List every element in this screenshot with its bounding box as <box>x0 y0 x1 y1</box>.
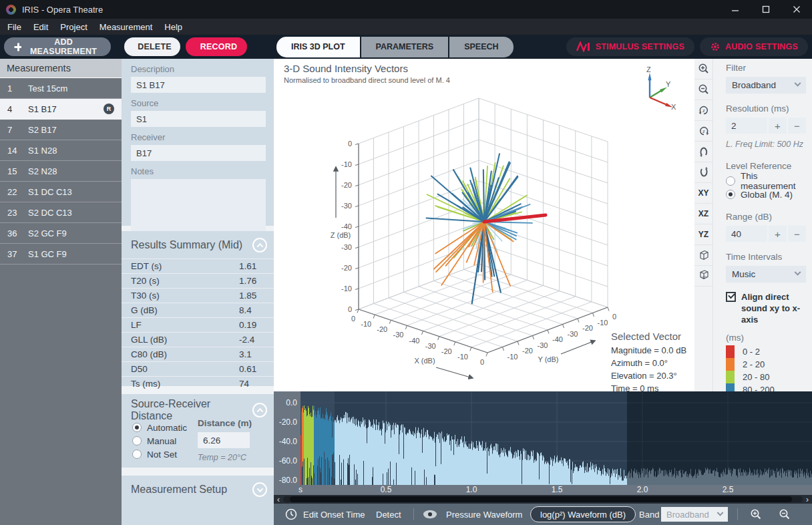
collapse-distance-button[interactable] <box>252 403 267 417</box>
band-dropdown[interactable]: Broadband <box>661 507 728 522</box>
impulse-response-waveform[interactable] <box>300 391 812 485</box>
chevron-down-icon <box>717 509 724 516</box>
measurement-row[interactable]: 1Test 15cm <box>0 78 122 99</box>
measurement-row[interactable]: 15S2 N28 <box>0 161 122 182</box>
distance-mode-not-set[interactable]: Not Set <box>132 448 187 461</box>
resolution-field[interactable] <box>726 118 767 134</box>
waveform-toolbar: Edit Onset Time Detect Pressure Waveform… <box>274 504 812 525</box>
resolution-label: Resolution (ms) <box>726 104 812 114</box>
level-reference-this-measurement[interactable]: This measurement <box>726 174 812 188</box>
record-button[interactable]: RECORD <box>186 37 247 56</box>
app-window: IRIS - Opera Theatre FileEditProjectMeas… <box>0 0 812 525</box>
viewtool-zoom-in-icon[interactable] <box>694 59 713 79</box>
view-tabs: IRIS 3D PLOTPARAMETERSSPEECH <box>276 37 514 57</box>
waveform-zoom-out-icon[interactable] <box>778 508 791 524</box>
edit-onset-time-button[interactable]: Edit Onset Time <box>303 504 365 525</box>
legend-item: 20 - 80 <box>726 371 812 383</box>
measurement-row[interactable]: 22S1 DC C13 <box>0 182 122 202</box>
svg-text:-30: -30 <box>341 202 352 210</box>
viewtool-plane-yz[interactable]: YZ <box>694 224 713 245</box>
log-waveform-button[interactable]: log(p²) Waveform (dB) <box>530 506 636 522</box>
viewtool-rotate-up-icon[interactable] <box>694 142 713 162</box>
scroll-left-icon[interactable]: ‹ <box>274 496 283 503</box>
resolution-decrease-button[interactable]: − <box>788 118 806 134</box>
measurement-row[interactable]: 23S2 DC C13 <box>0 202 122 223</box>
tab-iris-3d-plot[interactable]: IRIS 3D PLOT <box>276 37 360 57</box>
add-measurement-button[interactable]: ADD MEASUREMENT <box>4 37 111 56</box>
waveform-zoom-in-icon[interactable] <box>749 508 763 524</box>
tab-parameters[interactable]: PARAMETERS <box>361 37 449 57</box>
menu-edit[interactable]: Edit <box>27 22 54 32</box>
detect-button[interactable]: Detect <box>376 504 401 525</box>
maximize-button[interactable] <box>751 0 781 19</box>
chevron-down-icon <box>795 269 801 276</box>
receiver-label: Receiver <box>131 132 266 142</box>
svg-text:Z: Z <box>646 65 651 73</box>
measurement-row[interactable]: 7S2 B17 <box>0 120 122 140</box>
measurement-row[interactable]: 4S1 B17R <box>0 99 122 120</box>
svg-text:0: 0 <box>351 315 355 323</box>
viewtool-plane-xy[interactable]: XY <box>694 183 713 204</box>
delete-button[interactable]: DELETE <box>124 37 180 56</box>
distance-field[interactable] <box>198 432 250 448</box>
svg-text:X (dB): X (dB) <box>414 357 435 365</box>
source-field[interactable] <box>131 111 266 127</box>
results-row: EDT (s)1.61 <box>122 258 274 273</box>
viewtool-cube-floor-icon[interactable] <box>694 266 713 287</box>
plot-area[interactable]: 0-10-20-30-40-30-20-1000-10-20-30-40-30-… <box>274 59 694 391</box>
viewtool-zoom-out-icon[interactable] <box>694 79 713 100</box>
viewtool-plane-xz[interactable]: XZ <box>694 204 713 224</box>
svg-text:z: z <box>702 107 705 114</box>
description-field[interactable] <box>131 77 266 93</box>
expand-setup-button[interactable] <box>252 482 267 497</box>
results-row: T30 (s)1.85 <box>122 288 274 303</box>
resolution-increase-button[interactable]: + <box>769 118 787 134</box>
audio-settings-button[interactable]: AUDIO SETTINGS <box>700 37 808 56</box>
time-intervals-dropdown[interactable]: Music <box>726 266 806 283</box>
onset-time-icon[interactable] <box>284 508 298 524</box>
range-label: Range (dB) <box>726 212 812 222</box>
measurement-row[interactable]: 37S1 GC F9 <box>0 244 122 265</box>
pressure-waveform-button[interactable]: Pressure Waveform <box>446 504 522 525</box>
plot-settings-panel: Filter Broadband Resolution (ms) + − L. … <box>714 59 812 391</box>
viewtool-rotate-z-cw-icon[interactable]: z <box>694 121 713 142</box>
stimulus-settings-button[interactable]: STIMULUS SETTINGS <box>566 37 694 56</box>
results-row: T20 (s)1.76 <box>122 273 274 288</box>
visibility-eye-icon[interactable] <box>423 510 437 522</box>
collapse-results-button[interactable] <box>252 238 267 252</box>
range-increase-button[interactable]: + <box>769 226 787 242</box>
filter-dropdown[interactable]: Broadband <box>726 77 806 94</box>
minimize-button[interactable] <box>720 0 751 19</box>
menu-measurement[interactable]: Measurement <box>93 22 158 32</box>
waveform-scrollbar[interactable]: ‹ › <box>274 495 812 504</box>
svg-text:-20: -20 <box>377 325 387 333</box>
scrollbar-track[interactable] <box>283 496 803 502</box>
receiver-field[interactable] <box>131 145 266 161</box>
svg-text:Y (dB): Y (dB) <box>538 355 559 363</box>
viewtool-cube-icon[interactable] <box>694 245 713 266</box>
scroll-right-icon[interactable]: › <box>803 496 812 503</box>
radio-icon <box>726 176 735 186</box>
menu-file[interactable]: File <box>1 22 27 32</box>
range-field[interactable] <box>726 226 767 242</box>
close-button[interactable] <box>781 0 812 19</box>
legend-item: 0 - 2 <box>726 345 812 358</box>
svg-text:-10: -10 <box>341 160 352 168</box>
time-tick-label: 0.5 <box>381 485 392 495</box>
range-decrease-button[interactable]: − <box>788 226 806 242</box>
distance-mode-manual[interactable]: Manual <box>132 434 187 448</box>
tab-speech[interactable]: SPEECH <box>449 37 513 57</box>
viewtool-rotate-z-ccw-icon[interactable]: z <box>694 100 713 121</box>
svg-text:-30: -30 <box>568 330 578 338</box>
db-tick-label: -40.0 <box>279 437 297 446</box>
scrollbar-thumb[interactable] <box>290 496 792 502</box>
menu-project[interactable]: Project <box>54 22 93 32</box>
svg-text:0: 0 <box>348 305 352 313</box>
measurement-row[interactable]: 14S1 N28 <box>0 140 122 161</box>
measurement-row[interactable]: 36S2 GC F9 <box>0 223 122 244</box>
align-direct-sound-checkbox[interactable]: Align direct sound xy to x-axis <box>726 291 812 325</box>
menu-help[interactable]: Help <box>158 22 188 32</box>
viewtool-rotate-down-icon[interactable] <box>694 162 713 183</box>
notes-field[interactable] <box>131 179 266 234</box>
distance-mode-automatic[interactable]: Automatic <box>132 421 187 434</box>
